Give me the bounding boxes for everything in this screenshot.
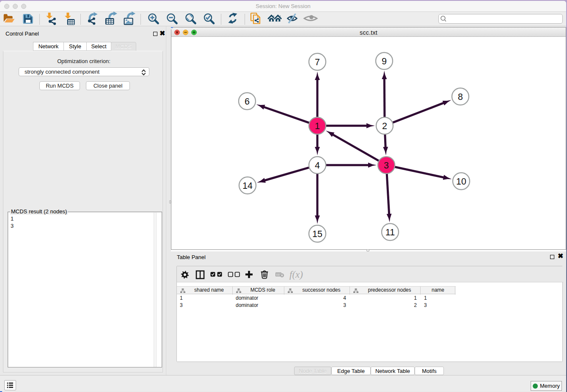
- svg-text:7: 7: [315, 57, 320, 67]
- svg-text:9: 9: [382, 56, 387, 66]
- svg-text:4: 4: [315, 160, 320, 171]
- svg-text:1: 1: [315, 121, 320, 131]
- svg-text:8: 8: [458, 92, 463, 102]
- svg-text:6: 6: [245, 97, 250, 107]
- svg-text:f(x): f(x): [289, 269, 303, 280]
- svg-text:10: 10: [456, 177, 466, 187]
- svg-text:3: 3: [384, 160, 389, 171]
- svg-text:2: 2: [382, 121, 387, 131]
- svg-text:14: 14: [242, 181, 253, 191]
- svg-text:15: 15: [312, 229, 322, 239]
- svg-text:11: 11: [385, 227, 395, 237]
